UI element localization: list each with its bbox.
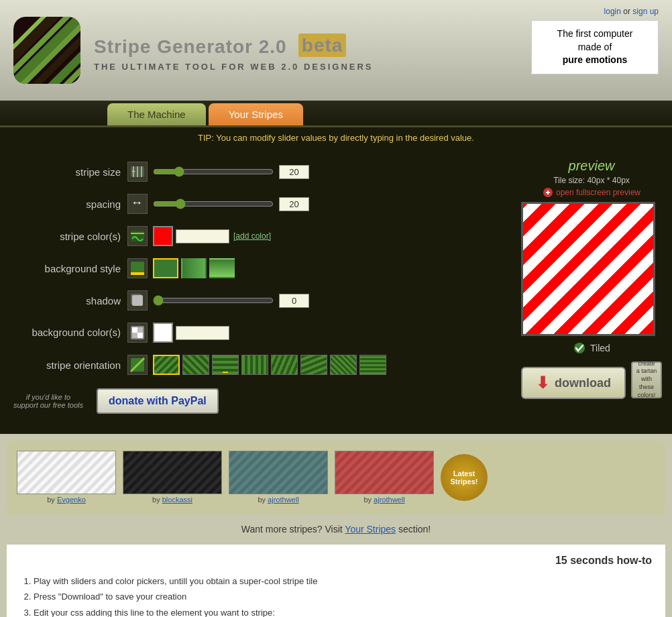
preview-title: preview	[521, 158, 662, 174]
stripe-size-slider-container: 20	[153, 165, 309, 179]
gallery-item-1: by Evgenko	[17, 451, 116, 504]
svg-rect-19	[131, 272, 144, 275]
howto-section: 15 seconds how-to Play with sliders and …	[7, 545, 665, 617]
howto-title: 15 seconds how-to	[20, 555, 652, 567]
howto-step-1: Play with sliders and color pickers, unt…	[34, 573, 652, 589]
gallery-thumb-3[interactable]	[229, 451, 328, 494]
gallery-item-2: by blockassi	[123, 451, 222, 504]
header-links: login or sign up	[604, 7, 659, 16]
bg-color-input[interactable]: ffffff	[176, 326, 229, 340]
stripe-orientation-row: stripe orientation	[7, 355, 504, 375]
orient-0[interactable]	[212, 355, 239, 375]
orient-cross[interactable]	[330, 355, 357, 375]
bg-color-swatch[interactable]	[153, 323, 173, 343]
tartan-button[interactable]: createa tartanwiththese colors!	[631, 361, 662, 398]
paypal-button[interactable]: donate with PayPal	[97, 388, 219, 414]
more-stripes-banner: Want more stripes? Visit Your Stripes se…	[0, 520, 672, 538]
gallery-author-link-4[interactable]: ajrothwell	[374, 496, 404, 504]
stripe-size-input[interactable]: 20	[279, 165, 309, 179]
gallery-item-3: by ajrothwell	[229, 451, 328, 504]
tiled-check: Tiled	[521, 341, 662, 355]
howto-list: Play with sliders and color pickers, unt…	[20, 573, 652, 617]
bg-style-icon	[127, 258, 148, 278]
bg-style-grad1[interactable]	[181, 258, 207, 278]
spacing-row: spacing ↔ 20	[7, 194, 504, 214]
svg-rect-24	[137, 333, 143, 338]
paypal-support-text: if you'd like tosupport our free tools	[13, 393, 83, 409]
shadow-label: shadow	[7, 295, 127, 306]
your-stripes-link[interactable]: Your Stripes	[345, 524, 396, 535]
bg-color-label: background color(s)	[7, 327, 127, 339]
orient-135[interactable]	[153, 355, 180, 375]
stripe-size-slider[interactable]	[153, 166, 274, 177]
svg-text:↔: ↔	[131, 196, 143, 209]
latest-badge[interactable]: LatestStripes!	[441, 454, 488, 501]
shadow-input[interactable]: 0	[279, 294, 309, 308]
tip-bar: TIP: You can modify slider values by dir…	[0, 127, 672, 148]
download-button[interactable]: ⬇ download	[521, 367, 626, 399]
gallery-author-2: by blockassi	[123, 496, 222, 504]
gallery-thumb-1[interactable]	[17, 451, 116, 494]
gallery-author-link-1[interactable]: Evgenko	[57, 496, 86, 504]
login-link[interactable]: login	[604, 7, 621, 16]
controls-panel: stripe size ↔ 20 spacing ↔	[7, 155, 504, 420]
main-content: stripe size ↔ 20 spacing ↔	[0, 148, 672, 434]
stripe-color-row: stripe color(s) ff0000 [add color]	[7, 226, 504, 246]
orient-157[interactable]	[300, 355, 327, 375]
bg-color-control: ffffff	[153, 323, 229, 343]
bg-style-row: background style	[7, 258, 504, 278]
orient-cross2[interactable]	[359, 355, 386, 375]
spacing-slider-container: 20	[153, 197, 309, 211]
svg-rect-26	[137, 327, 143, 333]
bg-style-options	[153, 258, 235, 278]
bg-style-grad2[interactable]	[209, 258, 235, 278]
gallery-author-4: by ajrothwell	[335, 496, 434, 504]
gallery-item-4: by ajrothwell	[335, 451, 434, 504]
download-row: ⬇ download createa tartanwiththese color…	[521, 360, 662, 399]
spacing-input[interactable]: 20	[279, 197, 309, 211]
spacing-slider[interactable]	[153, 199, 274, 209]
svg-rect-25	[132, 333, 137, 338]
shadow-slider[interactable]	[153, 295, 274, 306]
svg-text:↔: ↔	[131, 168, 136, 174]
or-text: or	[623, 7, 632, 16]
tab-machine[interactable]: The Machine	[107, 103, 206, 125]
gallery-section: by Evgenko by blockassi by ajrothwell by…	[7, 441, 665, 514]
bg-style-solid[interactable]	[153, 258, 178, 278]
gallery-thumb-4[interactable]	[335, 451, 434, 494]
gallery-author-1: by Evgenko	[17, 496, 116, 504]
bg-color-icon	[127, 323, 148, 343]
stripe-color-label: stripe color(s)	[7, 231, 127, 242]
tab-stripes[interactable]: Your Stripes	[209, 103, 303, 125]
bg-color-row: background color(s) ffffff	[7, 323, 504, 343]
stripe-size-icon: ↔	[127, 162, 148, 182]
add-color-link[interactable]: [add color]	[233, 231, 271, 241]
stripe-orientation-label: stripe orientation	[7, 359, 127, 371]
gallery-thumb-2[interactable]	[123, 451, 222, 494]
stripe-color-icon	[127, 226, 148, 246]
signup-link[interactable]: sign up	[632, 7, 659, 16]
gallery-author-link-3[interactable]: ajrothwell	[268, 496, 298, 504]
stripe-size-label: stripe size	[7, 166, 127, 178]
spacing-icon: ↔	[127, 194, 148, 214]
orientation-options	[153, 355, 386, 375]
shadow-row: shadow 0	[7, 290, 504, 311]
gallery-author-link-2[interactable]: blockassi	[162, 496, 192, 504]
emotion-box: The first computer made of pure emotions	[531, 20, 659, 74]
beta-badge: beta	[298, 34, 347, 57]
stripe-color-swatch[interactable]	[153, 226, 173, 246]
howto-step-3: Edit your css adding this line to the el…	[34, 605, 652, 617]
howto-step-2: Press "Download" to save your creation	[34, 589, 652, 604]
orient-90[interactable]	[241, 355, 268, 375]
tabs: The Machine Your Stripes	[0, 101, 672, 127]
paypal-section: if you'd like tosupport our free tools d…	[7, 388, 504, 414]
orient-112[interactable]	[271, 355, 298, 375]
svg-rect-23	[132, 327, 137, 333]
stripe-size-row: stripe size ↔ 20	[7, 162, 504, 182]
spacing-label: spacing	[7, 199, 127, 210]
stripe-color-input[interactable]: ff0000	[176, 229, 229, 243]
orientation-icon	[127, 355, 148, 375]
header: login or sign up Stripe Generator 2.0 be…	[0, 0, 672, 101]
orient-45[interactable]	[182, 355, 209, 375]
fullscreen-link[interactable]: open fullscreen preview	[521, 187, 662, 198]
